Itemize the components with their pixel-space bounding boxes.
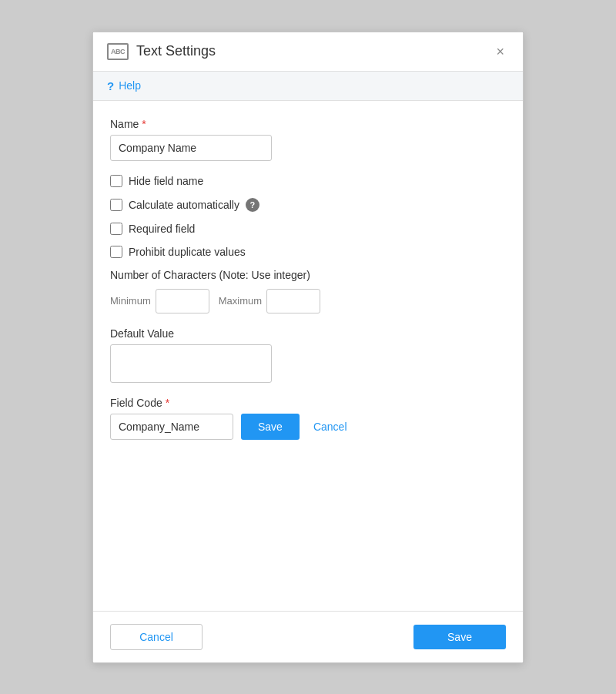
default-value-input[interactable] — [110, 344, 272, 383]
name-field-group: Name * — [110, 118, 506, 161]
field-code-label: Field Code * — [110, 397, 506, 409]
minimum-input[interactable] — [156, 289, 209, 313]
field-code-save-button[interactable]: Save — [241, 414, 300, 440]
dialog-header: ABC Text Settings × — [93, 32, 523, 72]
name-label: Name * — [110, 118, 506, 130]
field-code-row: Save Cancel — [110, 414, 506, 440]
title-row: ABC Text Settings — [107, 43, 216, 60]
title-icon: ABC — [107, 43, 129, 60]
calculate-info-icon[interactable]: ? — [246, 198, 259, 212]
help-question-mark: ? — [107, 79, 114, 92]
field-code-group: Field Code * Save Cancel — [110, 397, 506, 440]
dialog-title: Text Settings — [136, 43, 216, 59]
close-button[interactable]: × — [491, 43, 509, 60]
calculate-automatically-row: Calculate automatically ? — [110, 198, 506, 212]
num-characters-label: Number of Characters (Note: Use integer) — [110, 269, 506, 281]
text-settings-dialog: ABC Text Settings × ? Help Name * Hide f… — [92, 32, 524, 663]
prohibit-duplicate-row: Prohibit duplicate values — [110, 246, 506, 258]
num-characters-group: Number of Characters (Note: Use integer)… — [110, 269, 506, 313]
field-code-input[interactable] — [110, 414, 233, 440]
field-code-required-star: * — [166, 397, 169, 409]
hide-field-name-row: Hide field name — [110, 175, 506, 187]
footer-save-button[interactable]: Save — [413, 625, 506, 649]
help-link[interactable]: Help — [119, 79, 141, 92]
prohibit-duplicate-label: Prohibit duplicate values — [129, 246, 246, 258]
field-code-cancel-button[interactable]: Cancel — [307, 414, 353, 440]
maximum-item: Maximum — [219, 289, 320, 313]
dialog-body: Name * Hide field name Calculate automat… — [93, 101, 523, 611]
calculate-automatically-checkbox[interactable] — [110, 199, 122, 211]
maximum-input[interactable] — [266, 289, 320, 313]
default-value-label: Default Value — [110, 327, 506, 340]
required-field-row: Required field — [110, 223, 506, 235]
required-field-checkbox[interactable] — [110, 223, 122, 235]
min-max-row: Minimum Maximum — [110, 289, 506, 313]
name-input[interactable] — [110, 135, 272, 161]
name-required-star: * — [142, 118, 146, 130]
maximum-label: Maximum — [219, 295, 262, 307]
minimum-label: Minimum — [110, 295, 151, 307]
required-field-label: Required field — [129, 223, 195, 235]
hide-field-name-checkbox[interactable] — [110, 175, 122, 187]
footer-cancel-button[interactable]: Cancel — [110, 624, 203, 650]
dialog-footer: Cancel Save — [93, 612, 523, 662]
hide-field-name-label: Hide field name — [129, 175, 203, 187]
prohibit-duplicate-checkbox[interactable] — [110, 246, 122, 258]
calculate-automatically-label: Calculate automatically — [129, 199, 239, 211]
help-bar: ? Help — [93, 72, 523, 101]
minimum-item: Minimum — [110, 289, 209, 313]
default-value-group: Default Value — [110, 327, 506, 383]
